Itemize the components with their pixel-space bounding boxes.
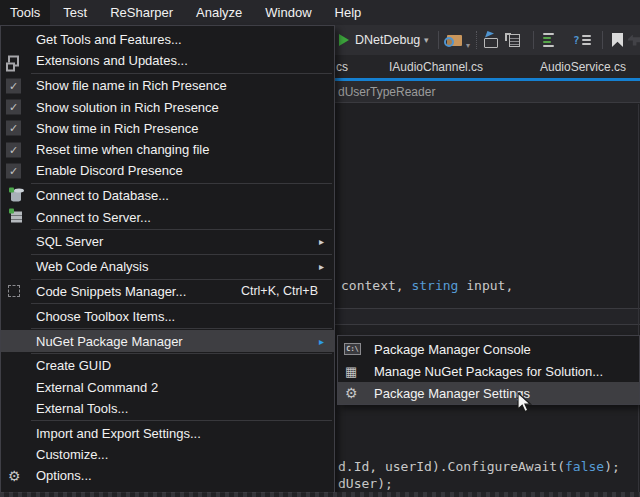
gear-icon: ⚙ [345, 386, 358, 400]
menu-item-enable-discord-presence[interactable]: ✓Enable Discord Presence [1, 160, 334, 181]
checkmark-icon: ✓ [6, 142, 21, 157]
toolbar: DNetDebug ▾ ▾ ? [335, 25, 640, 55]
menu-item-show-time-in-rich-presence[interactable]: ✓Show time in Rich Presence [1, 118, 334, 139]
question-lines-icon: ? [573, 34, 580, 47]
menu-separator [31, 328, 332, 329]
menu-item-package-manager-console[interactable]: C:\Package Manager Console [338, 338, 639, 360]
menu-item-package-manager-settings[interactable]: ⚙Package Manager Settings [338, 382, 639, 404]
menu-item-customize[interactable]: Customize... [1, 444, 334, 465]
menu-item-nuget-package-manager[interactable]: NuGet Package Manager▸ [1, 330, 334, 351]
nuget-package-icon: ▦ [345, 365, 357, 378]
menubar-item-resharper[interactable]: ReSharper [100, 0, 183, 25]
cursor-box-icon [484, 38, 498, 48]
vs-window: Tools Test ReSharper Analyze Window Help… [0, 0, 640, 497]
toolbar-separator [438, 31, 439, 49]
find-in-files-icon [447, 35, 462, 46]
editor-right-edge [638, 104, 639, 497]
menubar-item-tools[interactable]: Tools [0, 0, 50, 25]
menu-item-connect-to-server[interactable]: Connect to Server... [1, 206, 334, 227]
menu-item-sql-server[interactable]: SQL Server▸ [1, 231, 334, 252]
server-icon [11, 212, 22, 223]
code-snippets-icon [8, 285, 20, 297]
menu-separator [31, 229, 332, 230]
menu-item-reset-time-when-changing-file[interactable]: ✓Reset time when changing file [1, 139, 334, 160]
bookmark-icon [612, 33, 623, 47]
tab-iaudiochannel[interactable]: IAudioChannel.cs [389, 55, 483, 78]
code-line: d.Id, userId).ConfigureAwait(false); [338, 459, 620, 474]
toolbar-separator [476, 31, 477, 49]
comment-lines-icon [543, 33, 554, 47]
menu-separator [31, 353, 332, 354]
back-arrow-icon [628, 35, 640, 46]
lines-icon [582, 35, 591, 45]
tab-strip: cs IAudioChannel.cs AudioService.cs [335, 55, 640, 78]
checkmark-icon: ✓ [6, 121, 21, 136]
menubar-item-help[interactable]: Help [325, 0, 372, 25]
run-button[interactable] [339, 25, 349, 55]
configuration-dropdown-arrow[interactable]: ▾ [424, 25, 429, 55]
shortcut-label: Ctrl+K, Ctrl+B [241, 284, 318, 298]
menu-item-choose-toolbox-items[interactable]: Choose Toolbox Items... [1, 306, 334, 327]
menu-item-external-tools[interactable]: External Tools... [1, 398, 334, 419]
breadcrumb[interactable]: dUserTypeReader [335, 81, 640, 103]
menubar-item-window[interactable]: Window [255, 0, 321, 25]
menu-item-show-solution-in-rich-presence[interactable]: ✓Show solution in Rich Presence [1, 96, 334, 117]
extensions-icon [8, 55, 19, 66]
checkmark-icon: ✓ [6, 163, 21, 178]
submenu-arrow-icon: ▸ [319, 336, 324, 347]
nuget-package-manager-submenu: C:\Package Manager Console ▦Manage NuGet… [337, 335, 640, 405]
tab-partial[interactable]: cs [336, 55, 348, 78]
chevron-down-icon: ▾ [424, 35, 429, 45]
uncomment-lines-button[interactable]: ? [573, 25, 591, 55]
menu-item-connect-to-database[interactable]: Connect to Database... [1, 185, 334, 206]
menu-separator [31, 73, 332, 74]
menu-item-code-snippets-manager[interactable]: Code Snippets Manager...Ctrl+K, Ctrl+B [1, 281, 334, 302]
menu-separator [31, 254, 332, 255]
background-right-column: DNetDebug ▾ ▾ ? [335, 25, 640, 497]
collapsed-region-band [335, 309, 640, 324]
configuration-dropdown[interactable]: DNetDebug [355, 25, 420, 55]
console-icon: C:\ [344, 343, 361, 355]
menu-item-options[interactable]: ⚙Options... [1, 465, 334, 486]
menu-item-web-code-analysis[interactable]: Web Code Analysis▸ [1, 256, 334, 277]
splitter-line [335, 308, 640, 309]
menu-item-external-command-2[interactable]: External Command 2 [1, 376, 334, 397]
submenu-arrow-icon: ▸ [319, 261, 324, 272]
menu-item-get-tools-and-features[interactable]: Get Tools and Features... [1, 29, 334, 50]
database-icon [11, 190, 21, 201]
checkmark-icon: ✓ [6, 78, 21, 93]
menu-item-extensions-and-updates[interactable]: Extensions and Updates... [1, 50, 334, 71]
menubar-item-test[interactable]: Test [53, 0, 97, 25]
code-editor: context, string input, Await(false); d.I… [335, 104, 640, 497]
bookmark-button[interactable] [612, 25, 623, 55]
play-icon [339, 34, 349, 46]
find-in-files-button[interactable] [447, 25, 462, 55]
menu-item-import-and-export-settings[interactable]: Import and Export Settings... [1, 423, 334, 444]
tab-audioservice[interactable]: AudioService.cs [540, 55, 626, 78]
navigate-back-button[interactable] [628, 25, 640, 55]
menu-bar: Tools Test ReSharper Analyze Window Help [0, 0, 640, 25]
menu-separator [31, 183, 332, 184]
menubar-item-analyze[interactable]: Analyze [186, 0, 252, 25]
menu-bottom-scroll-hint [0, 492, 640, 497]
mouse-cursor [516, 392, 536, 418]
menu-item-manage-nuget-packages-for-solution[interactable]: ▦Manage NuGet Packages for Solution... [338, 360, 639, 382]
code-line: context, string input, [341, 278, 513, 293]
splitter-line [335, 324, 640, 325]
toolbar-separator [602, 31, 603, 49]
navigate-to-button[interactable] [484, 25, 498, 55]
menu-separator [31, 420, 332, 421]
tools-menu: Get Tools and Features... Extensions and… [0, 25, 335, 493]
document-copy-icon [509, 34, 520, 47]
chevron-down-icon: ▾ [466, 41, 470, 50]
toolbar-separator [533, 31, 534, 49]
duplicate-code-button[interactable] [509, 25, 520, 55]
menu-separator [31, 279, 332, 280]
code-line: dUser); [338, 476, 393, 491]
menu-separator [31, 303, 332, 304]
comment-lines-button[interactable] [543, 25, 554, 55]
menu-item-show-file-name-in-rich-presence[interactable]: ✓Show file name in Rich Presence [1, 75, 334, 96]
menu-item-create-guid[interactable]: Create GUID [1, 355, 334, 376]
submenu-arrow-icon: ▸ [319, 236, 324, 247]
checkmark-icon: ✓ [6, 100, 21, 115]
